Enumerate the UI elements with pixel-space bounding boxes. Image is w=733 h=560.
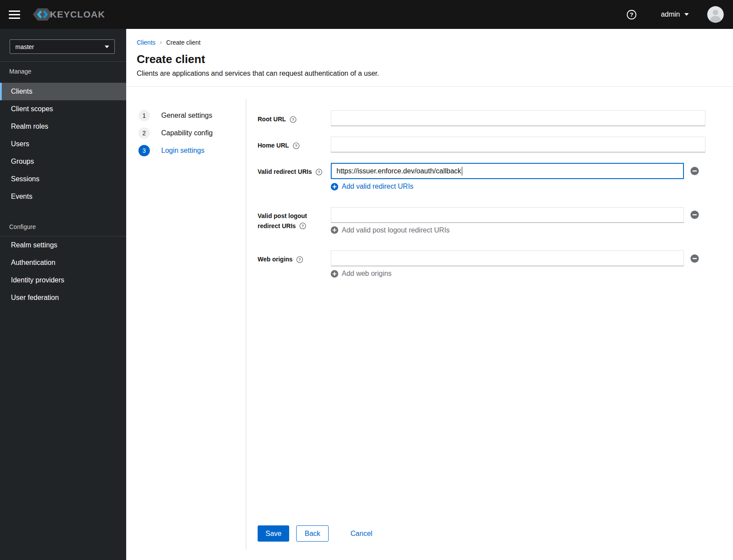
step-number: 2 xyxy=(138,127,150,139)
sidebar-item-user-federation[interactable]: User federation xyxy=(0,289,126,306)
add-valid-redirect-uris-button[interactable]: Add valid redirect URIs xyxy=(331,183,414,190)
step-number: 3 xyxy=(138,145,150,156)
page-subtitle: Clients are applications and services th… xyxy=(137,69,722,77)
chevron-down-icon xyxy=(684,13,689,16)
svg-text:?: ? xyxy=(292,117,294,122)
user-name: admin xyxy=(661,11,680,18)
breadcrumb: Clients › Create client xyxy=(137,39,722,46)
help-icon[interactable]: ? xyxy=(296,256,303,263)
plus-circle-icon xyxy=(331,270,338,278)
chevron-down-icon xyxy=(105,46,109,48)
nav-section-manage: Manage xyxy=(9,67,126,75)
valid-post-logout-redirect-uri-input[interactable] xyxy=(331,207,684,223)
add-valid-post-logout-redirect-uris-button[interactable]: Add valid post logout redirect URIs xyxy=(331,226,450,234)
breadcrumb-current: Create client xyxy=(166,39,201,46)
help-icon[interactable]: ? xyxy=(299,222,306,229)
minus-circle-icon xyxy=(691,167,699,175)
sidebar-item-client-scopes[interactable]: Client scopes xyxy=(0,100,126,118)
svg-text:?: ? xyxy=(318,169,320,174)
realm-selector-dropdown[interactable]: master xyxy=(10,39,115,54)
web-origins-input[interactable] xyxy=(331,250,684,266)
wizard-step-login-settings[interactable]: 3 Login settings xyxy=(138,142,246,159)
nav-section-configure: Configure xyxy=(9,223,126,231)
plus-circle-icon xyxy=(331,183,338,190)
remove-redirect-uri-button[interactable] xyxy=(691,167,699,175)
sidebar-item-authentication[interactable]: Authentication xyxy=(0,254,126,271)
web-origins-label: Web origins ? xyxy=(258,250,331,279)
save-button[interactable]: Save xyxy=(258,525,289,542)
text-cursor xyxy=(462,167,463,176)
wizard-nav: 1 General settings 2 Capability config 3… xyxy=(126,99,246,560)
minus-circle-icon xyxy=(691,211,699,219)
help-icon[interactable]: ? xyxy=(290,116,297,123)
sidebar-item-events[interactable]: Events xyxy=(0,188,126,205)
cancel-button[interactable]: Cancel xyxy=(343,525,380,542)
help-icon[interactable]: ? xyxy=(315,169,322,176)
keycloak-logo-icon: KEYCLOAK xyxy=(32,7,108,22)
step-number: 1 xyxy=(138,110,150,121)
wizard-step-general-settings[interactable]: 1 General settings xyxy=(138,107,246,124)
svg-text:?: ? xyxy=(298,257,301,262)
svg-text:?: ? xyxy=(295,143,297,148)
sidebar: master Manage Clients Client scopes Real… xyxy=(0,29,126,560)
page-header: Clients › Create client Create client Cl… xyxy=(126,29,733,87)
sidebar-item-clients[interactable]: Clients xyxy=(0,83,126,100)
sidebar-item-realm-settings[interactable]: Realm settings xyxy=(0,236,126,254)
current-realm: master xyxy=(15,43,105,50)
action-bar: Save Back Cancel xyxy=(258,525,705,542)
sidebar-item-realm-roles[interactable]: Realm roles xyxy=(0,118,126,135)
sidebar-item-identity-providers[interactable]: Identity providers xyxy=(0,271,126,289)
sidebar-item-sessions[interactable]: Sessions xyxy=(0,170,126,188)
nav-toggle-hamburger-icon[interactable] xyxy=(9,8,20,21)
root-url-input[interactable] xyxy=(331,110,705,126)
avatar[interactable] xyxy=(707,6,724,23)
chevron-right-icon: › xyxy=(160,39,162,46)
plus-circle-icon xyxy=(331,226,338,234)
valid-redirect-uris-label: Valid redirect URIs ? xyxy=(258,163,331,192)
keycloak-logo: KEYCLOAK xyxy=(32,7,108,22)
home-url-label: Home URL ? xyxy=(258,137,331,152)
valid-post-logout-redirect-uris-label: Valid post logout redirect URIs ? xyxy=(258,207,331,236)
user-menu-dropdown[interactable]: admin xyxy=(661,11,689,18)
valid-redirect-uri-input[interactable]: https://issuer.enforce.dev/oauth/callbac… xyxy=(331,163,684,179)
home-url-input[interactable] xyxy=(331,137,705,152)
login-settings-form: Root URL ? Home URL xyxy=(246,99,733,550)
svg-text:?: ? xyxy=(301,223,304,228)
remove-web-origin-button[interactable] xyxy=(691,254,699,263)
help-icon[interactable]: ? xyxy=(627,10,637,20)
sidebar-divider xyxy=(0,61,126,62)
masthead: KEYCLOAK ? admin xyxy=(0,0,733,29)
svg-text:?: ? xyxy=(630,11,634,18)
wizard-step-capability-config[interactable]: 2 Capability config xyxy=(138,124,246,142)
sidebar-item-groups[interactable]: Groups xyxy=(0,153,126,170)
page-title: Create client xyxy=(137,53,722,66)
add-web-origins-button[interactable]: Add web origins xyxy=(331,270,392,278)
brand-text: KEYCLOAK xyxy=(50,9,105,19)
root-url-label: Root URL ? xyxy=(258,110,331,126)
breadcrumb-clients-link[interactable]: Clients xyxy=(137,39,156,46)
remove-post-logout-redirect-uri-button[interactable] xyxy=(691,211,699,219)
help-icon[interactable]: ? xyxy=(293,142,300,149)
minus-circle-icon xyxy=(691,254,699,263)
sidebar-item-users[interactable]: Users xyxy=(0,135,126,153)
back-button[interactable]: Back xyxy=(296,525,329,542)
